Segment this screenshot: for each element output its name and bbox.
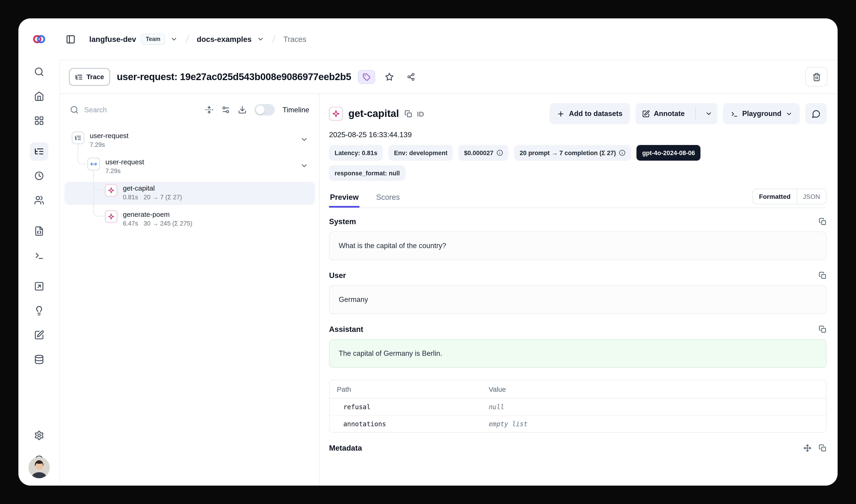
model-badge[interactable]: gpt-4o-2024-08-06 bbox=[637, 145, 701, 161]
body-row: Trace user-request: 19e27ac025d543b008e9… bbox=[18, 60, 838, 486]
comments-button[interactable] bbox=[805, 103, 826, 124]
tree-node-span[interactable]: user-request 7.29s bbox=[65, 156, 315, 179]
id-label: ID bbox=[417, 110, 424, 118]
tree-node-generation-selected[interactable]: get-capital 0.81s 20 → 7 (Σ 27) bbox=[65, 182, 315, 205]
tree-node-trace[interactable]: user-request 7.29s bbox=[65, 129, 315, 152]
trace-observation-icon bbox=[72, 132, 84, 144]
sidebar-item-sessions[interactable] bbox=[30, 167, 48, 185]
token-usage-badge[interactable]: 20 prompt → 7 completion (Σ 27) bbox=[514, 145, 631, 161]
observation-detail-panel: get-capital ID Add to datasets bbox=[320, 94, 838, 486]
copy-id-button[interactable] bbox=[405, 110, 412, 118]
observation-timestamp: 2025-08-25 16:33:44.139 bbox=[329, 131, 826, 139]
annotate-dropdown-button[interactable] bbox=[700, 103, 717, 124]
app-window: langfuse-dev Team docs-examples Traces bbox=[18, 18, 838, 486]
home-icon bbox=[34, 91, 44, 101]
star-icon bbox=[385, 72, 394, 82]
sidebar-item-settings[interactable] bbox=[30, 426, 48, 445]
expand-metadata-button[interactable] bbox=[804, 444, 812, 452]
search-icon bbox=[70, 105, 79, 114]
delete-trace-button[interactable] bbox=[805, 67, 827, 87]
user-message-box: Germany bbox=[329, 285, 826, 314]
copy-button[interactable] bbox=[819, 272, 826, 280]
bookmark-star-button[interactable] bbox=[382, 69, 397, 85]
chevron-down-icon[interactable] bbox=[300, 135, 308, 144]
annotate-split-button: Annotate bbox=[635, 103, 717, 124]
terminal-icon bbox=[34, 250, 44, 260]
tab-preview[interactable]: Preview bbox=[329, 188, 360, 208]
tree-search-input[interactable] bbox=[83, 105, 197, 114]
sidebar-item-home[interactable] bbox=[30, 87, 48, 105]
square-pen-icon bbox=[34, 330, 44, 340]
copy-icon bbox=[819, 325, 826, 333]
generation-sparkles-icon bbox=[329, 107, 343, 121]
node-tokens: 20 → 7 (Σ 27) bbox=[144, 194, 182, 201]
detail-tabs: Preview Scores Formatted JSON bbox=[329, 188, 826, 208]
format-json-button[interactable]: JSON bbox=[797, 189, 826, 204]
tree-node-generation[interactable]: generate-poem 6.47s 30 → 245 (Σ 275) bbox=[65, 208, 315, 231]
playground-button[interactable]: Playground bbox=[723, 103, 800, 124]
sidebar-item-users[interactable] bbox=[30, 191, 48, 210]
copy-button[interactable] bbox=[819, 325, 826, 333]
copy-icon bbox=[405, 110, 412, 118]
section-title: Assistant bbox=[329, 325, 363, 334]
breadcrumb-project[interactable]: docs-examples bbox=[197, 35, 251, 43]
generation-sparkles-icon bbox=[105, 184, 117, 197]
observation-header: get-capital ID Add to datasets bbox=[329, 103, 826, 124]
copy-button[interactable] bbox=[819, 218, 826, 226]
copy-metadata-button[interactable] bbox=[819, 444, 826, 452]
sidebar-item-prompts[interactable] bbox=[30, 222, 48, 240]
add-to-datasets-button[interactable]: Add to datasets bbox=[550, 103, 630, 124]
latency-badge: Latency: 0.81s bbox=[329, 145, 383, 161]
sidebar-toggle-button[interactable] bbox=[62, 30, 79, 48]
nav-rail bbox=[18, 60, 60, 486]
action-buttons: Add to datasets Annotate bbox=[550, 103, 826, 124]
sidebar-item-evaluation[interactable] bbox=[30, 277, 48, 295]
square-pen-icon bbox=[642, 110, 649, 118]
span-observation-icon bbox=[87, 158, 100, 170]
chevron-down-icon[interactable] bbox=[300, 162, 308, 170]
content-row: Timeline user-request 7.29s bbox=[60, 94, 838, 486]
breadcrumb-org[interactable]: langfuse-dev bbox=[89, 35, 136, 43]
langfuse-logo-icon[interactable] bbox=[32, 32, 46, 46]
chevron-down-icon bbox=[705, 110, 712, 118]
tags-button[interactable] bbox=[358, 70, 375, 84]
gear-icon bbox=[34, 430, 44, 440]
node-label: get-capital bbox=[123, 184, 182, 192]
sidebar-item-dashboards[interactable] bbox=[30, 111, 48, 130]
node-duration: 7.29s bbox=[90, 141, 105, 149]
generation-sparkles-icon bbox=[105, 210, 117, 223]
value-cell: empty list bbox=[481, 416, 826, 432]
sidebar-item-ideas[interactable] bbox=[30, 302, 48, 320]
sidebar-item-search[interactable] bbox=[30, 62, 48, 81]
format-formatted-button[interactable]: Formatted bbox=[753, 189, 797, 204]
tree-search bbox=[70, 105, 197, 114]
tab-scores[interactable]: Scores bbox=[375, 188, 401, 208]
sidebar-item-datasets[interactable] bbox=[30, 350, 48, 369]
table-row: annotations empty list bbox=[329, 416, 826, 432]
user-avatar[interactable] bbox=[28, 457, 50, 478]
project-chevron-down-icon[interactable] bbox=[257, 35, 264, 43]
sidebar-item-tracing[interactable] bbox=[30, 142, 48, 161]
breadcrumb-separator bbox=[182, 34, 192, 44]
breadcrumb-separator bbox=[269, 34, 279, 44]
download-button[interactable] bbox=[238, 105, 247, 114]
annotate-button[interactable]: Annotate bbox=[635, 103, 691, 124]
tree-settings-button[interactable] bbox=[221, 105, 230, 114]
breadcrumb-page[interactable]: Traces bbox=[284, 35, 306, 43]
section-title: User bbox=[329, 271, 346, 280]
info-icon bbox=[497, 149, 503, 156]
sidebar-item-playground[interactable] bbox=[30, 246, 48, 265]
collapse-observations-button[interactable] bbox=[205, 105, 214, 114]
timeline-toggle[interactable] bbox=[254, 104, 275, 115]
section-title: System bbox=[329, 217, 356, 226]
tree-toolbar: Timeline bbox=[60, 104, 319, 115]
sidebar-item-annotation[interactable] bbox=[30, 326, 48, 344]
model-params-badges: response_format: null bbox=[329, 165, 826, 181]
value-cell: null bbox=[481, 399, 826, 415]
node-tokens: 30 → 245 (Σ 275) bbox=[144, 220, 192, 227]
trace-tree-panel: Timeline user-request 7.29s bbox=[60, 94, 320, 486]
org-chevron-down-icon[interactable] bbox=[170, 35, 177, 43]
share-button[interactable] bbox=[404, 69, 418, 85]
observation-title: get-capital bbox=[349, 108, 399, 120]
cost-badge[interactable]: $0.000027 bbox=[459, 145, 509, 161]
